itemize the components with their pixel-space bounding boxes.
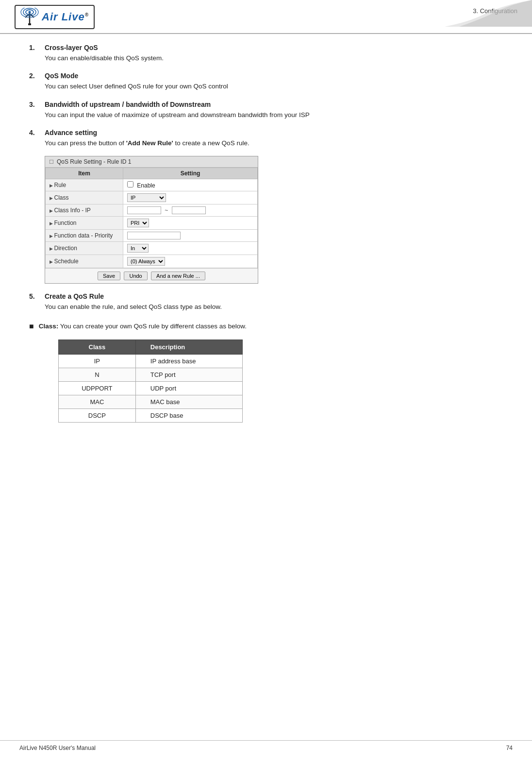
section-5-title: Create a QoS Rule — [45, 292, 104, 300]
class-table-container: Class Description IP IP address base N T… — [58, 340, 503, 423]
qos-row-direction-label: Direction — [46, 242, 123, 255]
qos-row-class-label: Class — [46, 191, 123, 204]
class-table-row: IP IP address base — [59, 354, 243, 368]
class-select[interactable]: IP N UDPPORT MAC DSCP — [127, 193, 166, 202]
qos-col-setting: Setting — [123, 168, 258, 179]
desc-dscp: DSCP base — [135, 408, 242, 422]
schedule-select[interactable]: (0) Always — [127, 257, 165, 266]
chapter-label: 3. Configuration — [473, 5, 517, 15]
qos-box-title-text: QoS Rule Setting - Rule ID 1 — [57, 158, 131, 165]
section-2-desc: You can select User defined QoS rule for… — [45, 82, 503, 91]
desc-udpport: UDP port — [135, 381, 242, 395]
section-5-desc: You can enable the rule, and select QoS … — [45, 302, 503, 312]
desc-mac: MAC base — [135, 395, 242, 408]
rule-enable-checkbox[interactable] — [127, 181, 133, 187]
qos-row-function-label: Function — [46, 217, 123, 230]
logo-text: Air Live® — [42, 11, 89, 23]
section-3: 3. Bandwidth of upstream / bandwidth of … — [29, 101, 503, 120]
footer-left: AirLive N450R User's Manual — [19, 745, 96, 751]
footer-page-number: 74 — [506, 745, 513, 751]
rule-enable-label: Enable — [137, 182, 155, 189]
bullet-label: Class: — [39, 323, 59, 330]
section-1-desc: You can enable/disable this QoS system. — [45, 53, 503, 63]
add-new-rule-button[interactable]: And a new Rule ... — [151, 272, 205, 280]
qos-row-classinfo-label: Class Info - IP — [46, 204, 123, 217]
section-4: 4. Advance setting You can press the but… — [29, 129, 503, 284]
class-table-row: MAC MAC base — [59, 395, 243, 408]
bullet-icon: ■ — [29, 322, 34, 331]
section-3-desc: You can input the value of maximize of u… — [45, 110, 503, 120]
class-table-row: N TCP port — [59, 368, 243, 381]
qos-row-schedule: Schedule (0) Always — [46, 255, 258, 268]
class-bullet-item: ■ Class: You can create your own QoS rul… — [29, 322, 503, 331]
section-3-title: Bandwidth of upstream / bandwidth of Dow… — [45, 101, 211, 108]
classinfo-to-input[interactable] — [172, 206, 206, 214]
section-1: 1. Cross-layer QoS You can enable/disabl… — [29, 44, 503, 63]
qos-rule-setting-box: ☐ QoS Rule Setting - Rule ID 1 Item Sett… — [45, 156, 258, 284]
bullet-description: You can create your own QoS rule by diff… — [60, 323, 247, 330]
qos-row-function-setting[interactable]: PRI — [123, 217, 258, 230]
qos-row-function: Function PRI — [46, 217, 258, 230]
section-4-title: Advance setting — [45, 129, 97, 136]
qos-row-direction: Direction In Out — [46, 242, 258, 255]
qos-buttons-row: Save Undo And a new Rule ... — [45, 268, 258, 283]
qos-box-title: ☐ QoS Rule Setting - Rule ID 1 — [45, 156, 258, 168]
qos-row-schedule-setting[interactable]: (0) Always — [123, 255, 258, 268]
qos-row-rule-setting[interactable]: Enable — [123, 179, 258, 191]
section-1-title: Cross-layer QoS — [45, 44, 98, 51]
desc-n: TCP port — [135, 368, 242, 381]
svg-point-6 — [29, 11, 31, 14]
qos-row-funcdata-label: Function data - Priority — [46, 230, 123, 242]
desc-ip: IP address base — [135, 354, 242, 368]
bullet-text: Class: You can create your own QoS rule … — [39, 322, 247, 331]
qos-row-schedule-label: Schedule — [46, 255, 123, 268]
section-3-number: 3. — [29, 101, 39, 108]
class-dscp: DSCP — [59, 408, 136, 422]
qos-col-item: Item — [46, 168, 123, 179]
funcdata-input[interactable] — [127, 232, 181, 239]
registered-symbol: ® — [85, 12, 89, 17]
class-mac: MAC — [59, 395, 136, 408]
page-header: Air Live® 3. Configuration — [0, 0, 532, 34]
qos-row-direction-setting[interactable]: In Out — [123, 242, 258, 255]
class-ip: IP — [59, 354, 136, 368]
qos-row-funcdata: Function data - Priority — [46, 230, 258, 242]
qos-row-funcdata-setting[interactable] — [123, 230, 258, 242]
main-content: 1. Cross-layer QoS You can enable/disabl… — [0, 34, 532, 448]
section-2: 2. QoS Mode You can select User defined … — [29, 72, 503, 91]
class-table-row: UDPPORT UDP port — [59, 381, 243, 395]
section-5: 5. Create a QoS Rule You can enable the … — [29, 292, 503, 312]
section-4-desc: You can press the button of 'Add New Rul… — [45, 138, 503, 148]
class-udpport: UDPPORT — [59, 381, 136, 395]
qos-box-container: ☐ QoS Rule Setting - Rule ID 1 Item Sett… — [45, 156, 503, 284]
logo-box: Air Live® — [15, 5, 95, 29]
qos-row-rule-label: Rule — [46, 179, 123, 191]
page-footer: AirLive N450R User's Manual 74 — [0, 740, 532, 755]
section-4-number: 4. — [29, 129, 39, 136]
class-table-row: DSCP DSCP base — [59, 408, 243, 422]
qos-row-class-setting[interactable]: IP N UDPPORT MAC DSCP — [123, 191, 258, 204]
description-col-header: Description — [135, 340, 242, 354]
section-2-title: QoS Mode — [45, 72, 78, 80]
section-1-number: 1. — [29, 44, 39, 51]
section-2-number: 2. — [29, 72, 39, 80]
class-n: N — [59, 368, 136, 381]
function-select[interactable]: PRI — [127, 219, 149, 227]
antenna-icon — [20, 8, 39, 26]
logo-area: Air Live® — [15, 5, 95, 29]
save-button[interactable]: Save — [98, 272, 120, 280]
classinfo-tilde: ~ — [165, 207, 168, 214]
class-table: Class Description IP IP address base N T… — [58, 340, 243, 423]
qos-row-classinfo-setting[interactable]: ~ — [123, 204, 258, 217]
undo-button[interactable]: Undo — [124, 272, 147, 280]
classinfo-from-input[interactable] — [127, 206, 161, 214]
direction-select[interactable]: In Out — [127, 244, 149, 253]
qos-row-classinfo: Class Info - IP ~ — [46, 204, 258, 217]
qos-title-icon: ☐ — [49, 159, 54, 165]
section-5-number: 5. — [29, 292, 39, 300]
qos-settings-table: Item Setting Rule Enable — [45, 168, 258, 268]
qos-row-rule: Rule Enable — [46, 179, 258, 191]
svg-rect-7 — [28, 23, 31, 25]
class-col-header: Class — [59, 340, 136, 354]
qos-row-class: Class IP N UDPPORT MAC DSCP — [46, 191, 258, 204]
